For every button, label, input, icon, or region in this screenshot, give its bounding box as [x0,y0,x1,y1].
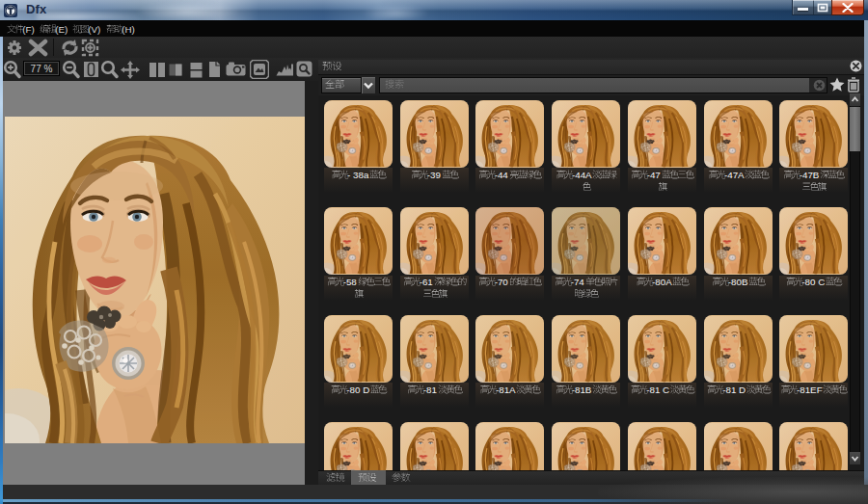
svg-text:-81B: -81B [572,385,592,395]
svg-text:-81 D: -81 D [722,385,746,395]
svg-text:(V): (V) [88,24,100,35]
svg-text:-47: -47 [646,170,660,180]
svg-text:(H): (H) [122,24,135,35]
svg-text:-74: -74 [571,277,585,287]
svg-text:(F): (F) [22,24,35,35]
svg-text:-47A: -47A [723,170,744,180]
svg-text:-80 D: -80 D [346,385,369,395]
svg-text:- 38a: - 38a [347,170,369,180]
svg-text:-58: -58 [343,277,358,287]
svg-text:-80B: -80B [727,277,747,287]
svg-text:-81A: -81A [496,385,516,395]
svg-text:-80A: -80A [652,277,672,287]
svg-text:-81 C: -81 C [646,385,669,395]
svg-text:-80 C: -80 C [801,277,825,287]
svg-text:-44A: -44A [572,170,592,180]
svg-text:-61: -61 [419,277,432,287]
svg-text:-39: -39 [426,170,440,180]
svg-text:-70: -70 [495,277,509,287]
svg-text:-81: -81 [422,385,436,395]
svg-text:(E): (E) [55,24,68,35]
svg-text:-81EF: -81EF [797,385,823,395]
svg-text:-47B: -47B [800,170,820,180]
svg-text:-44: -44 [495,170,509,180]
